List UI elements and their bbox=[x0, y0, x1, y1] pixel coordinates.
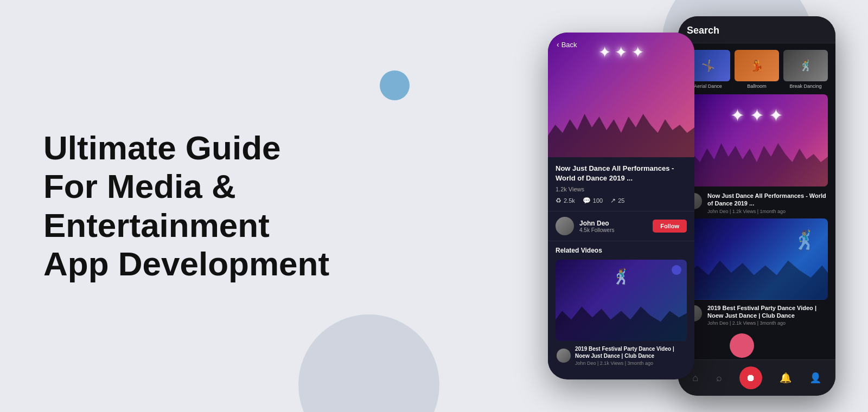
related-video-sub: John Deo | 2.1k Views | 3month ago bbox=[575, 360, 686, 366]
profile-icon: 👤 bbox=[809, 372, 821, 384]
video-stats: ♻ 2.5k 💬 100 ↗ 25 bbox=[556, 197, 687, 204]
result1-sub: John Deo | 1.2k Views | 1month ago bbox=[707, 209, 828, 214]
search-header: Search bbox=[678, 16, 835, 43]
comments-count: 100 bbox=[593, 197, 603, 204]
bg-decoration-circle-blue bbox=[380, 70, 410, 100]
result2-sub: John Deo | 2.1k Views | 3month ago bbox=[707, 320, 828, 326]
related-videos-title: Related Videos bbox=[556, 247, 687, 254]
nav-profile[interactable]: 👤 bbox=[809, 372, 821, 384]
result1-info: Now Just Dance All Performances - World … bbox=[707, 192, 828, 214]
back-label: Back bbox=[561, 41, 577, 49]
bg-decoration-circle-red bbox=[730, 333, 754, 358]
comments-stat: 💬 100 bbox=[583, 197, 603, 204]
aerial-icon: 🤸 bbox=[701, 59, 715, 72]
hero-video-area: ✦ ✦ ✦ ‹ Back bbox=[548, 33, 694, 157]
result-item-1[interactable]: Now Just Dance All Performances - World … bbox=[686, 192, 828, 214]
result2-title: 2019 Best Festival Party Dance Video | N… bbox=[707, 304, 828, 320]
related-video-info: 2019 Best Festival Party Dance Video | N… bbox=[575, 345, 686, 366]
follow-button[interactable]: Follow bbox=[653, 220, 687, 233]
video-info-section: Now Just Dance All Performances - World … bbox=[548, 157, 694, 211]
dancer-icon: 🕺 bbox=[612, 268, 631, 286]
result-second-thumb[interactable]: 🕺 bbox=[686, 218, 828, 300]
phone-video-detail: ✦ ✦ ✦ ‹ Back Now Just Dance All Performa… bbox=[548, 33, 694, 379]
search-icon: ⌕ bbox=[716, 372, 722, 384]
shares-stat: ↗ 25 bbox=[610, 197, 624, 204]
dancer-right-icon: 🕺 bbox=[793, 229, 817, 252]
likes-stat: ♻ 2.5k bbox=[556, 197, 575, 204]
result-item-2[interactable]: 2019 Best Festival Party Dance Video | N… bbox=[686, 304, 828, 326]
main-title: Ultimate Guide For Media & Entertainment… bbox=[43, 128, 347, 283]
thumb-indicator bbox=[672, 265, 681, 275]
related-video-title: 2019 Best Festival Party Dance Video | N… bbox=[575, 345, 686, 359]
author-avatar bbox=[556, 217, 574, 235]
shares-count: 25 bbox=[618, 197, 624, 204]
video-views: 1.2k Views bbox=[556, 186, 687, 192]
related-video-meta: 2019 Best Festival Party Dance Video | N… bbox=[556, 345, 687, 366]
ballroom-thumb: 💃 bbox=[735, 50, 779, 81]
phone-search: Search 🤸 Aerial Dance 💃 Ballroom bbox=[678, 16, 835, 396]
shares-icon: ↗ bbox=[610, 197, 616, 204]
break-icon: 🕺 bbox=[799, 59, 813, 72]
break-thumb: 🕺 bbox=[783, 50, 828, 81]
likes-icon: ♻ bbox=[556, 197, 561, 204]
search-results: ✦ ✦ ✦ Now Just Dance All Performances - … bbox=[678, 89, 835, 359]
fireworks-result-icon: ✦ ✦ ✦ bbox=[730, 105, 784, 126]
author-followers: 4.5k Followers bbox=[579, 227, 653, 233]
author-section: John Deo 4.5k Followers Follow bbox=[548, 211, 694, 241]
bg-decoration-circle-bottom bbox=[298, 314, 439, 412]
video-header: ‹ Back bbox=[548, 33, 694, 49]
result2-info: 2019 Best Festival Party Dance Video | N… bbox=[707, 304, 828, 326]
search-title: Search bbox=[687, 25, 827, 36]
back-button[interactable]: ‹ Back bbox=[557, 40, 686, 49]
hero-text-section: Ultimate Guide For Media & Entertainment… bbox=[43, 128, 347, 283]
related-thumb[interactable]: 🕺 bbox=[556, 260, 687, 341]
related-section: Related Videos 🕺 2019 Best Festival Part… bbox=[548, 241, 694, 371]
nav-bell[interactable]: 🔔 bbox=[780, 372, 792, 384]
result-main-thumb[interactable]: ✦ ✦ ✦ bbox=[686, 94, 828, 186]
likes-count: 2.5k bbox=[564, 197, 575, 204]
ballroom-icon: 💃 bbox=[750, 59, 764, 72]
video-title: Now Just Dance All Performances - World … bbox=[556, 164, 687, 183]
result1-title: Now Just Dance All Performances - World … bbox=[707, 192, 828, 208]
category-ballroom[interactable]: 💃 Ballroom bbox=[735, 50, 779, 89]
nav-camera[interactable]: ⏺ bbox=[739, 366, 762, 389]
back-chevron-icon: ‹ bbox=[557, 40, 559, 49]
phones-container: ✦ ✦ ✦ ‹ Back Now Just Dance All Performa… bbox=[548, 0, 835, 412]
category-break[interactable]: 🕺 Break Dancing bbox=[783, 50, 828, 89]
bottom-navigation: ⌂ ⌕ ⏺ 🔔 👤 bbox=[678, 359, 835, 396]
author-info: John Deo 4.5k Followers bbox=[579, 220, 653, 233]
nav-search[interactable]: ⌕ bbox=[716, 372, 722, 384]
break-label: Break Dancing bbox=[783, 83, 828, 89]
camera-icon: ⏺ bbox=[746, 372, 756, 384]
categories-row: 🤸 Aerial Dance 💃 Ballroom 🕺 Break Dancin… bbox=[678, 43, 835, 89]
related-author-avatar bbox=[557, 349, 571, 363]
comments-icon: 💬 bbox=[583, 197, 591, 204]
ballroom-label: Ballroom bbox=[735, 83, 779, 89]
author-name: John Deo bbox=[579, 220, 653, 227]
bell-icon: 🔔 bbox=[780, 372, 792, 384]
